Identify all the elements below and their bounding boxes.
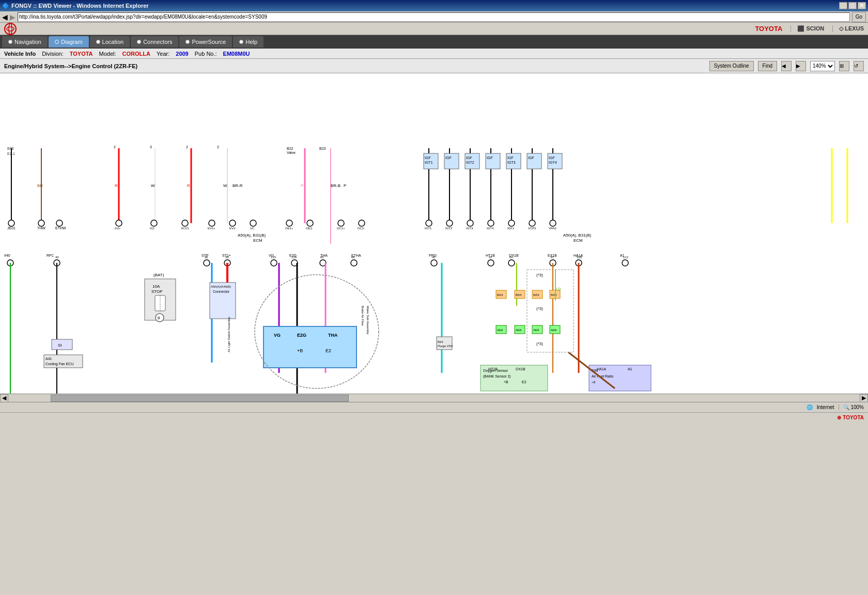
vehicle-info-bar: Vehicle Info Division: TOYOTA Model: COR… (0, 49, 868, 59)
svg-text:SI: SI (58, 343, 62, 348)
svg-text:(*3): (*3) (536, 341, 543, 346)
svg-text:A1: A1 (628, 367, 632, 371)
diagram-toolbar: Engine/Hybrid System-->Engine Control (2… (0, 59, 868, 73)
svg-text:IGF: IGF (445, 156, 452, 160)
zoom-reset-button[interactable]: ⊞ (839, 61, 849, 71)
svg-text:EV1+: EV1+ (208, 227, 215, 230)
svg-text:IGT3: IGT3 (466, 227, 473, 230)
svg-text:BA4: BA4 (551, 293, 557, 296)
svg-text:Air Fuel Ratio: Air Fuel Ratio (592, 374, 614, 378)
window-title: FONGV :: EWD Viewer - Windows Internet E… (9, 3, 839, 9)
svg-text:IGT4: IGT4 (487, 227, 494, 230)
tab-location-radio (96, 40, 100, 44)
horizontal-scrollbar[interactable]: ◀ ▶ (0, 394, 868, 402)
svg-text:OC1-: OC1- (358, 227, 365, 230)
tab-location[interactable]: Location (90, 36, 130, 48)
svg-text:EV1-: EV1- (229, 227, 236, 230)
svg-point-66 (229, 220, 236, 226)
svg-point-88 (550, 220, 556, 226)
system-outline-button[interactable]: System Outline (709, 61, 754, 71)
back-icon[interactable]: ◀ (2, 13, 8, 21)
division-label: Division: (42, 51, 64, 57)
maximize-button[interactable]: □ (848, 2, 857, 9)
svg-point-124 (508, 260, 515, 266)
svg-text:IGT3: IGT3 (507, 161, 516, 164)
svg-text:IGF: IGF (425, 156, 431, 160)
tab-navigation[interactable]: Navigation (2, 36, 48, 48)
svg-text:AE6: AE6 (497, 328, 503, 332)
svg-text:W: W (151, 183, 155, 188)
model-value: COROLLA (122, 51, 150, 57)
internet-zone-label: Internet (817, 404, 834, 410)
svg-text:47: 47 (489, 256, 492, 259)
scrollbar-track-h[interactable] (8, 395, 860, 402)
find-button[interactable]: Find (758, 61, 777, 71)
zoom-select[interactable]: 140% 100% 75% 50% (810, 61, 835, 71)
ie-toolbar: TOYOTA ⬛ SCION ◇ LEXUS (0, 23, 868, 35)
tab-diagram[interactable]: Diagram (49, 36, 89, 48)
svg-text:(*3): (*3) (536, 273, 543, 277)
svg-text:2: 2 (217, 145, 219, 149)
tab-connectors[interactable]: Connectors (131, 36, 178, 48)
status-zoom: 🔍 100% (839, 404, 864, 410)
svg-text:AE6: AE6 (516, 328, 522, 332)
diagram-viewport[interactable]: B6E E2-1 IGF IGT1 (0, 73, 868, 394)
svg-point-42 (38, 220, 44, 226)
svg-text:A50(A)/A40(B): A50(A)/A40(B) (211, 285, 231, 288)
svg-text:OX1B: OX1B (516, 367, 525, 371)
zoom-value: 100% (850, 404, 864, 410)
svg-point-69 (307, 220, 313, 226)
svg-point-85 (488, 220, 494, 226)
close-button[interactable]: ✕ (858, 2, 866, 9)
svg-text:45: 45 (432, 256, 436, 259)
svg-text:A50(A), B31(B): A50(A), B31(B) (238, 233, 266, 238)
address-bar: ◀ ▶ Go (0, 11, 868, 23)
minimize-button[interactable]: _ (839, 2, 847, 9)
tab-help[interactable]: Help (233, 36, 264, 48)
svg-text:116: 116 (291, 256, 297, 259)
toyota-logo: TOYOTA (755, 25, 782, 33)
svg-text:Water Sub Assembly: Water Sub Assembly (366, 306, 369, 334)
go-button[interactable]: Go (852, 12, 866, 22)
scrollbar-thumb-h[interactable] (51, 395, 349, 402)
svg-point-71 (359, 220, 365, 226)
svg-text:2: 2 (114, 145, 116, 149)
svg-text:36: 36 (205, 256, 208, 259)
pub-no-value: EM08M0U (223, 51, 250, 57)
forward-icon[interactable]: ▶ (10, 13, 16, 21)
svg-text:OC1+: OC1+ (337, 227, 345, 230)
tab-powersource[interactable]: PowerSource (179, 36, 232, 48)
svg-point-118 (271, 260, 277, 266)
svg-text:64: 64 (509, 256, 513, 259)
svg-text:Valve: Valve (287, 151, 296, 154)
svg-point-116 (204, 260, 210, 266)
svg-text:G2-: G2- (150, 227, 155, 230)
svg-text:B: B (158, 316, 160, 320)
svg-text:JE01: JE01 (7, 226, 16, 230)
svg-text:IGT1: IGT1 (425, 227, 432, 230)
svg-text:115: 115 (271, 256, 276, 259)
pub-no-label: Pub No.: (195, 51, 217, 57)
window-controls[interactable]: _ □ ✕ (839, 2, 866, 9)
svg-text:IGT2: IGT2 (466, 161, 474, 164)
refresh-button[interactable]: ↺ (854, 61, 864, 71)
svg-rect-237 (527, 270, 574, 352)
zoom-in-button[interactable]: ▶ (796, 61, 806, 71)
toyota-footer-logo: ⊕ TOYOTA (837, 415, 864, 420)
address-input[interactable] (18, 12, 850, 22)
svg-text:68: 68 (351, 256, 355, 259)
svg-text:IGT4: IGT4 (549, 161, 557, 164)
svg-text:THA: THA (328, 333, 338, 338)
scroll-right-button[interactable]: ▶ (860, 394, 868, 402)
zoom-out-button[interactable]: ◀ (781, 61, 792, 71)
svg-point-84 (467, 220, 473, 226)
tab-help-radio (239, 40, 243, 44)
svg-text:AE6: AE6 (533, 328, 539, 332)
window-icon: 🔷 (2, 3, 9, 9)
svg-point-123 (488, 260, 494, 266)
scroll-left-button[interactable]: ◀ (0, 394, 8, 402)
window-titlebar: 🔷 FONGV :: EWD Viewer - Windows Internet… (0, 0, 868, 11)
svg-text:OE1+: OE1+ (285, 227, 293, 230)
svg-point-63 (151, 220, 157, 226)
svg-text:Purge VSV: Purge VSV (438, 345, 453, 348)
